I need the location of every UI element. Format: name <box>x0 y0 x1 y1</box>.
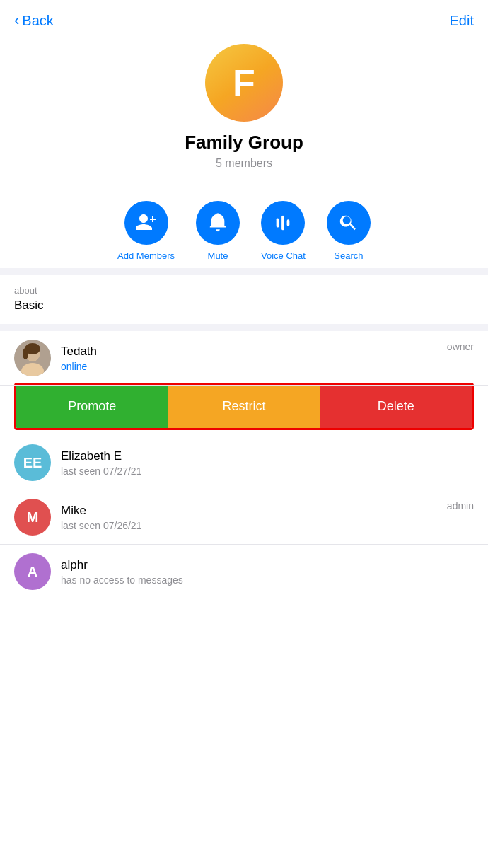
search-label: Search <box>334 250 363 261</box>
avatar: M <box>14 499 51 536</box>
about-label: about <box>14 285 474 296</box>
voice-chat-circle <box>261 201 305 245</box>
member-item[interactable]: EE Elizabeth E last seen 07/27/21 <box>0 436 488 490</box>
member-item[interactable]: Tedath online owner <box>0 331 488 386</box>
member-item[interactable]: A alphr has no access to messages <box>0 545 488 598</box>
chevron-left-icon: ‹ <box>14 11 19 30</box>
member-info: Tedath online <box>61 345 474 372</box>
avatar <box>14 340 51 376</box>
member-name: Elizabeth E <box>61 449 474 463</box>
promote-button[interactable]: Promote <box>16 385 168 428</box>
mute-label: Mute <box>208 250 228 261</box>
svg-rect-2 <box>287 219 290 226</box>
avatar-initials: M <box>27 509 39 526</box>
back-label: Back <box>22 13 53 29</box>
group-name: Family Group <box>185 132 303 154</box>
svg-rect-0 <box>277 218 279 227</box>
avatar: EE <box>14 444 51 481</box>
promote-label: Promote <box>68 399 116 414</box>
header: ‹ Back Edit <box>0 0 488 37</box>
member-role: owner <box>447 341 474 352</box>
voice-chat-label: Voice Chat <box>261 250 306 261</box>
member-status: has no access to messages <box>61 574 474 586</box>
members-count: 5 members <box>216 157 272 170</box>
group-avatar: F <box>205 44 283 122</box>
avatar-letter: F <box>233 62 255 104</box>
about-value: Basic <box>14 299 474 313</box>
delete-button[interactable]: Delete <box>320 385 472 428</box>
avatar: A <box>14 553 51 590</box>
restrict-button[interactable]: Restrict <box>168 385 320 428</box>
member-info: Elizabeth E last seen 07/27/21 <box>61 449 474 477</box>
swipe-actions: Promote Restrict Delete <box>14 383 474 430</box>
svg-rect-1 <box>282 216 285 231</box>
avatar-initials: A <box>28 564 37 580</box>
delete-label: Delete <box>378 399 414 414</box>
members-section: Tedath online owner Promote Restrict Del… <box>0 331 488 598</box>
member-status: last seen 07/26/21 <box>61 520 474 531</box>
member-status: last seen 07/27/21 <box>61 465 474 477</box>
member-role: admin <box>447 500 474 511</box>
about-section: about Basic <box>0 275 488 324</box>
edit-button[interactable]: Edit <box>450 13 474 29</box>
back-button[interactable]: ‹ Back <box>14 11 54 30</box>
add-members-circle <box>124 201 168 245</box>
member-name: Mike <box>61 504 474 518</box>
divider-2 <box>0 324 488 331</box>
member-item[interactable]: M Mike last seen 07/26/21 admin <box>0 490 488 545</box>
member-info: alphr has no access to messages <box>61 558 474 586</box>
divider-1 <box>0 268 488 275</box>
add-members-label: Add Members <box>117 250 175 261</box>
restrict-label: Restrict <box>223 399 266 414</box>
mute-button[interactable]: Mute <box>196 201 240 261</box>
member-info: Mike last seen 07/26/21 <box>61 504 474 531</box>
profile-section: F Family Group 5 members <box>0 37 488 187</box>
member-name: Tedath <box>61 345 474 359</box>
tedath-photo-avatar <box>14 340 51 376</box>
action-buttons-row: Add Members Mute Voice Chat Search <box>0 187 488 268</box>
member-status: online <box>61 361 474 372</box>
search-icon <box>339 213 359 233</box>
mute-circle <box>196 201 240 245</box>
avatar-initials: EE <box>23 455 42 471</box>
member-name: alphr <box>61 558 474 572</box>
search-button[interactable]: Search <box>327 201 371 261</box>
bell-icon <box>208 213 228 233</box>
person-add-icon <box>136 212 157 233</box>
svg-point-8 <box>23 348 28 359</box>
search-circle <box>327 201 371 245</box>
add-members-button[interactable]: Add Members <box>117 201 175 261</box>
voice-chat-button[interactable]: Voice Chat <box>261 201 306 261</box>
mic-bars-icon <box>273 213 293 233</box>
